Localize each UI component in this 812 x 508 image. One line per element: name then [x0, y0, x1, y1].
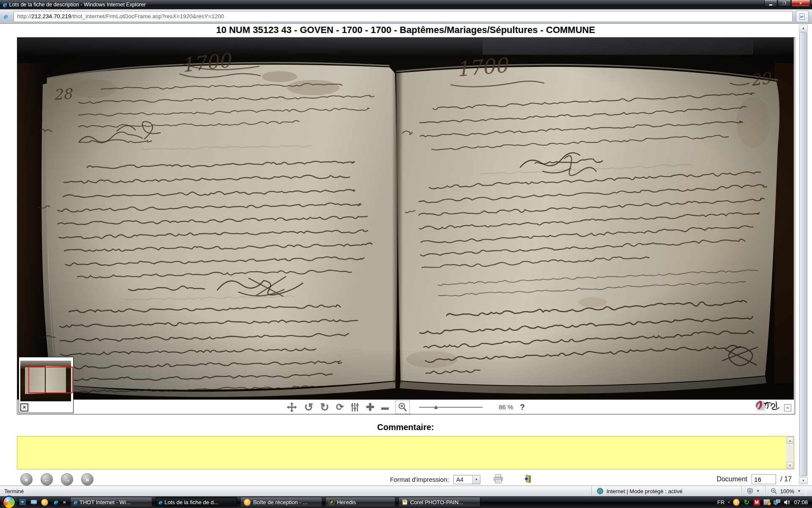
next-document-button[interactable]: → — [61, 473, 73, 486]
rotate-reset-icon[interactable]: ⟳ — [336, 401, 344, 413]
quick-launch: e » — [19, 499, 66, 505]
comment-box: ▲ ▼ — [17, 436, 794, 469]
comment-scroll-down-icon[interactable]: ▼ — [787, 462, 793, 469]
shield-icon — [747, 488, 753, 494]
zoom-level-icon — [771, 488, 777, 494]
refresh-icon — [799, 13, 806, 20]
zoom-slider-track[interactable] — [419, 407, 483, 408]
print-button[interactable] — [493, 474, 503, 485]
heredis-icon — [329, 499, 335, 505]
document-number-input[interactable] — [752, 474, 776, 484]
page-scrollbar[interactable]: ▲ ▼ — [799, 25, 808, 484]
task-label: Corel PHOTO-PAIN... — [410, 499, 463, 505]
viewer-toolbar: ↺ ↻ ⟳ ✚ ▬ ▲ 86 % ? — [17, 400, 794, 414]
scrollbar-thumb[interactable] — [799, 32, 807, 476]
comment-scrollbar[interactable]: ▲ ▼ — [786, 436, 794, 469]
protected-mode-menu[interactable]: ▼ — [741, 486, 765, 496]
ie-quicklaunch-icon[interactable]: e — [52, 499, 59, 505]
zoom-dropdown-icon[interactable]: ▼ — [797, 489, 801, 493]
minimize-button[interactable]: ▂ — [764, 0, 777, 7]
zoom-slider[interactable]: ▲ — [419, 403, 483, 411]
page-content: 10 NUM 35123 43 - GOVEN - 1700 - 1700 - … — [0, 24, 812, 486]
tray-clock[interactable]: 07:08 — [794, 499, 808, 505]
manuscript-image: 1700 1700 28 29 — [17, 38, 794, 399]
print-format-select[interactable]: A4 ▼ — [453, 475, 480, 484]
manuscript-photo[interactable]: 1700 1700 28 29 — [17, 38, 794, 400]
zoom-percent: 86 % — [499, 403, 513, 411]
protected-mode-dropdown-icon[interactable]: ▼ — [756, 489, 760, 493]
select-dropdown-icon[interactable]: ▼ — [472, 475, 480, 484]
first-document-button[interactable]: « — [20, 473, 33, 486]
resize-grip[interactable] — [806, 486, 812, 496]
rotate-cw-icon[interactable]: ↻ — [320, 401, 329, 413]
task-label: THOT Internet - Wi... — [80, 499, 130, 505]
comment-label: Commentaire: — [17, 422, 794, 432]
restore-button[interactable]: ❐ — [778, 0, 791, 7]
quicklaunch-overflow-icon[interactable]: » — [63, 499, 66, 505]
tray-chevron-icon[interactable]: ‹ — [728, 499, 730, 505]
ie-task-icon: e — [159, 499, 162, 505]
viewer-close-icon[interactable]: ✕ — [784, 404, 791, 411]
taskbtn-lots-fiche[interactable]: e Lots de la fiche de d... — [155, 497, 237, 507]
help-icon[interactable]: ? — [520, 403, 525, 412]
levels-adjust-icon[interactable] — [351, 401, 359, 413]
refresh-go-button[interactable] — [796, 11, 809, 22]
network-tray-icon[interactable] — [774, 499, 780, 505]
thumbnail-close-icon[interactable]: ✕ — [20, 403, 28, 411]
thumbnail-navigator[interactable]: ✕ — [19, 357, 74, 413]
task-buttons: e THOT Internet - Wi... e Lots de la fic… — [70, 497, 480, 507]
pan-tool-icon[interactable] — [286, 401, 297, 413]
sync-tray-icon[interactable]: ↻ — [743, 499, 750, 505]
switch-windows-icon[interactable] — [30, 499, 37, 505]
zoom-slider-thumb[interactable]: ▲ — [433, 403, 439, 410]
zoom-in-icon[interactable]: ✚ — [366, 401, 374, 413]
print-format-label: Format d'impression: — [390, 476, 449, 483]
url-path: /thot_internet/FrmLotDocFrame.asp?resX=1… — [71, 13, 224, 19]
language-indicator[interactable]: FR — [717, 499, 724, 505]
image-viewer: 1700 1700 28 29 ✕ ↺ ↻ — [17, 37, 795, 414]
thot-logo — [754, 399, 782, 413]
scroll-up-icon[interactable]: ▲ — [799, 25, 808, 32]
address-bar: e http://212.234.70.219/thot_internet/Fr… — [0, 9, 812, 24]
taskbtn-heredis[interactable]: Heredis — [325, 497, 395, 507]
thumbnail-viewport-rect[interactable] — [28, 367, 73, 393]
taskbtn-thot-internet[interactable]: e THOT Internet - Wi... — [70, 497, 152, 507]
document-title: 10 NUM 35123 43 - GOVEN - 1700 - 1700 - … — [17, 25, 794, 36]
zoom-menu[interactable]: 100% ▼ — [765, 486, 806, 496]
close-button[interactable]: ✕ — [791, 0, 810, 7]
previous-document-button[interactable]: ← — [41, 473, 53, 486]
globe-icon — [597, 488, 604, 494]
url-domain: 212.234.70.219 — [31, 13, 71, 19]
window-title: Lots de la fiche de description - Window… — [9, 2, 146, 8]
scroll-down-icon[interactable]: ▼ — [799, 477, 808, 484]
volume-tray-icon[interactable] — [784, 499, 790, 505]
print-format-value: A4 — [454, 476, 472, 483]
show-desktop-icon[interactable] — [19, 499, 26, 505]
zoom-tool-icon[interactable] — [395, 400, 410, 414]
last-document-button[interactable]: » — [81, 473, 93, 486]
system-tray: FR ‹ ↻ M 07:08 — [717, 499, 812, 505]
ie-favicon-icon: e — [3, 1, 7, 8]
comment-textarea[interactable] — [17, 436, 788, 471]
taskbar: e » e THOT Internet - Wi... e Lots de la… — [0, 496, 812, 508]
keyboard-warning-tray-icon[interactable] — [763, 499, 770, 505]
document-total: / 17 — [780, 475, 792, 483]
exit-button[interactable] — [523, 474, 532, 485]
outlook-quicklaunch-icon[interactable] — [41, 499, 48, 505]
zoom-out-icon[interactable]: ▬ — [381, 401, 389, 413]
comment-scroll-up-icon[interactable]: ▲ — [787, 437, 793, 444]
status-text: Terminé — [0, 488, 591, 494]
reminder-tray-icon[interactable] — [733, 499, 740, 505]
zoom-level-text: 100% — [780, 488, 794, 494]
url-input[interactable]: http://212.234.70.219/thot_internet/FrmL… — [14, 11, 793, 22]
outlook-task-icon — [244, 499, 251, 506]
start-button[interactable] — [3, 496, 16, 508]
rotate-ccw-icon[interactable]: ↺ — [304, 401, 313, 413]
security-zone-text: Internet | Mode protégé : activé — [606, 488, 683, 494]
window-titlebar[interactable]: e Lots de la fiche de description - Wind… — [0, 0, 812, 9]
task-label: Boîte de réception - ... — [253, 499, 307, 505]
ie-task-icon: e — [74, 499, 77, 505]
mcafee-tray-icon[interactable]: M — [753, 499, 760, 505]
taskbtn-boite-reception[interactable]: Boîte de réception - ... — [240, 497, 322, 507]
taskbtn-corel[interactable]: Corel PHOTO-PAIN... — [398, 497, 480, 507]
